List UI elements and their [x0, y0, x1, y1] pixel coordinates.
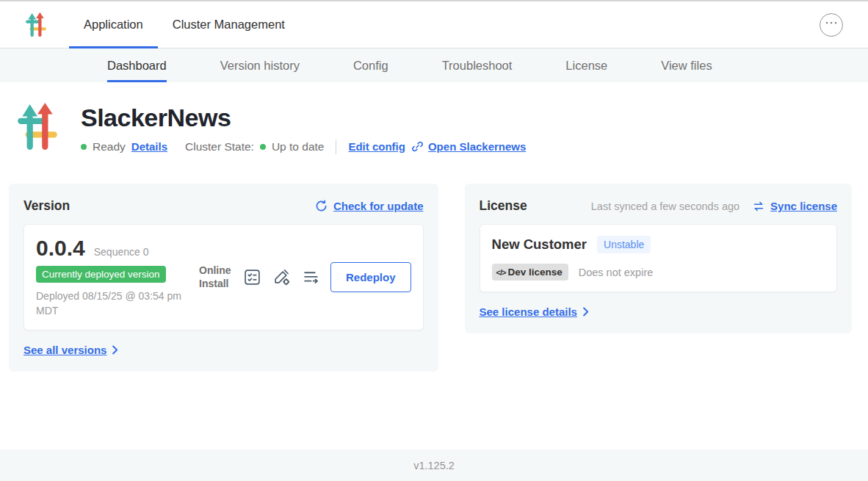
more-menu-button[interactable]: ⋯: [820, 13, 843, 37]
redeploy-button[interactable]: Redeploy: [330, 262, 411, 292]
app-status-row: Ready Details Cluster State: Up to date …: [81, 140, 526, 154]
dashboard-cards: Version Check for update 0.0.4 Seque: [9, 184, 852, 372]
sync-arrows-icon: [753, 200, 764, 212]
view-logs-icon[interactable]: [302, 268, 320, 286]
license-type-label: Dev license: [507, 267, 562, 278]
check-for-update-link[interactable]: Check for update: [333, 200, 424, 212]
app-logo-icon: [25, 12, 47, 38]
sync-license-group: Last synced a few seconds ago Sync licen…: [591, 200, 837, 212]
sequence-label: Sequence 0: [94, 246, 149, 258]
top-navbar: Application Cluster Management ⋯: [0, 1, 868, 48]
deployed-timestamp: Deployed 08/15/25 @ 03:54 pm MDT: [36, 289, 187, 319]
refresh-icon: [315, 200, 328, 212]
subnav-version-history-label: Version history: [220, 59, 300, 73]
tab-application[interactable]: Application: [69, 1, 158, 48]
chain-link-icon: [411, 140, 424, 153]
subnav-item-troubleshoot[interactable]: Troubleshoot: [442, 48, 513, 82]
app-subnav: Dashboard Version history Config Trouble…: [0, 48, 868, 82]
console-version: v1.125.2: [413, 460, 455, 471]
cluster-state-value: Up to date: [272, 140, 325, 153]
tab-cluster-management-label: Cluster Management: [173, 18, 285, 32]
subnav-item-dashboard[interactable]: Dashboard: [107, 48, 167, 82]
subnav-item-version-history[interactable]: Version history: [220, 48, 300, 82]
ellipsis-icon: ⋯: [825, 16, 838, 29]
main-content: SlackerNews Ready Details Cluster State:…: [0, 82, 868, 449]
code-icon: </>: [496, 268, 506, 277]
chevron-right-icon: [582, 307, 589, 317]
app-header: SlackerNews Ready Details Cluster State:…: [16, 103, 852, 154]
install-type-label: Online Install: [199, 264, 233, 290]
ready-status-dot: [81, 144, 87, 150]
license-card-header: License Last synced a few seconds ago Sy…: [480, 198, 837, 214]
license-type-badge: </> Dev license: [492, 264, 568, 281]
license-card: License Last synced a few seconds ago Sy…: [465, 184, 852, 333]
top-tab-bar: Application Cluster Management: [69, 1, 300, 48]
version-card-title: Version: [23, 198, 70, 214]
version-action-icons: [243, 268, 320, 286]
version-number-row: 0.0.4 Sequence 0: [36, 236, 189, 261]
status-divider: [336, 140, 336, 154]
see-all-versions-link[interactable]: See all versions: [23, 344, 118, 356]
expiration-text: Does not expire: [579, 267, 654, 278]
last-synced-text: Last synced a few seconds ago: [591, 200, 739, 212]
customer-name: New Customer: [492, 236, 587, 253]
page-title: SlackerNews: [81, 104, 526, 132]
details-link[interactable]: Details: [131, 140, 167, 153]
check-for-update-group: Check for update: [315, 200, 424, 212]
cluster-state-dot: [260, 144, 266, 150]
subnav-item-config[interactable]: Config: [353, 48, 388, 82]
channel-badge: Unstable: [597, 236, 651, 253]
cluster-state-label: Cluster State:: [185, 140, 254, 153]
tab-application-label: Application: [84, 18, 143, 32]
deployed-version-badge: Currently deployed version: [36, 266, 166, 283]
subnav-item-view-files[interactable]: View files: [661, 48, 712, 82]
license-card-title: License: [480, 198, 527, 214]
subnav-config-label: Config: [353, 59, 388, 73]
current-version-panel: 0.0.4 Sequence 0 Currently deployed vers…: [23, 224, 424, 330]
license-details-panel: New Customer Unstable </> Dev license Do…: [480, 224, 837, 292]
app-status-text: Ready: [93, 140, 126, 153]
customer-row: New Customer Unstable: [492, 236, 825, 253]
sync-license-link[interactable]: Sync license: [770, 200, 837, 212]
version-number: 0.0.4: [36, 236, 85, 261]
app-header-text: SlackerNews Ready Details Cluster State:…: [81, 104, 526, 154]
open-app-link[interactable]: Open Slackernews: [411, 140, 526, 153]
version-card: Version Check for update 0.0.4 Seque: [9, 184, 438, 372]
subnav-dashboard-label: Dashboard: [107, 59, 167, 73]
app-logo-large-icon: [16, 103, 59, 154]
open-app-link-label: Open Slackernews: [428, 140, 526, 153]
see-license-details-label: See license details: [480, 305, 577, 318]
chevron-right-icon: [112, 345, 118, 355]
version-card-header: Version Check for update: [23, 198, 424, 214]
edit-config-link[interactable]: Edit config: [348, 140, 405, 153]
subnav-item-license[interactable]: License: [565, 48, 607, 82]
license-type-row: </> Dev license Does not expire: [492, 264, 825, 281]
subnav-license-label: License: [565, 59, 607, 73]
config-wrench-icon[interactable]: [272, 268, 291, 286]
subnav-troubleshoot-label: Troubleshoot: [442, 59, 513, 73]
see-license-details-link[interactable]: See license details: [480, 305, 589, 318]
version-info: 0.0.4 Sequence 0 Currently deployed vers…: [36, 236, 189, 319]
see-all-versions-label: See all versions: [23, 344, 106, 356]
tab-cluster-management[interactable]: Cluster Management: [158, 1, 300, 48]
release-notes-icon[interactable]: [243, 268, 261, 286]
subnav-view-files-label: View files: [661, 59, 712, 73]
console-footer: v1.125.2: [0, 449, 868, 481]
